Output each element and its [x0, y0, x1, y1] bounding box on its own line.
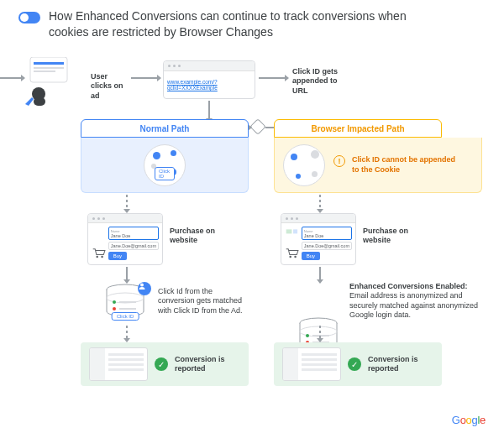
diagram-title: How Enhanced Conversions can continue to… [49, 8, 418, 40]
arrow [319, 326, 321, 339]
conversion-reported-enhanced: ✓ Conversion is reported [274, 342, 442, 386]
svg-rect-8 [286, 230, 292, 234]
svg-rect-5 [34, 97, 45, 106]
svg-point-6 [96, 256, 98, 258]
svg-point-21 [306, 334, 309, 337]
svg-point-11 [294, 256, 297, 258]
step-clickid-appended: Click ID gets appended to URL [292, 67, 339, 96]
purchase-form-normal: NameJane Doe Jane.Doe@gmail.com Buy [87, 213, 163, 265]
clickid-db-tag: Click ID [112, 312, 139, 321]
svg-rect-16 [119, 301, 136, 303]
svg-point-7 [101, 256, 103, 258]
svg-point-15 [113, 307, 116, 310]
svg-point-14 [113, 300, 116, 304]
svg-rect-17 [119, 308, 136, 310]
database-normal: Click ID [104, 284, 146, 317]
conversion-text: Conversion is reported [368, 355, 427, 374]
arrow [259, 77, 286, 79]
arrow [131, 77, 158, 79]
db-desc-normal: Click Id from the conversion gets matche… [158, 287, 250, 316]
browser-cookie-box: ! Click ID cannot be appended to the Coo… [274, 138, 482, 193]
cart-icon [92, 227, 106, 261]
junction-icon [249, 118, 266, 135]
report-screenshot-icon [89, 347, 148, 381]
google-logo: Google [452, 414, 486, 426]
check-icon: ✓ [155, 357, 168, 371]
example-url: www.example.com/?qclid=XXXXExample [164, 71, 255, 98]
check-icon: ✓ [348, 357, 361, 371]
user-badge-icon [138, 282, 151, 295]
svg-rect-2 [34, 67, 64, 69]
arrow [319, 267, 321, 280]
arrow [126, 195, 128, 210]
form-name-field: NameJane Doe [108, 227, 159, 240]
form-email-field: Jane.Doe@gmail.com [108, 242, 159, 250]
browser-impacted-header: Browser Impacted Path [274, 119, 442, 138]
svg-rect-1 [34, 62, 64, 65]
cookie-warning-text: Click ID cannot be appended to the Cooki… [352, 155, 461, 175]
cookie-icon: Click ID [144, 144, 186, 186]
arrow [0, 77, 22, 79]
browser-url-box: www.example.com/?qclid=XXXXExample [163, 60, 255, 99]
conversion-text: Conversion is reported [175, 355, 234, 374]
cart-icon [285, 227, 299, 261]
arrow [319, 195, 321, 210]
form-email-field: Jane.Doe@gmail.com [302, 242, 352, 250]
normal-path-header: Normal Path [81, 119, 249, 138]
purchase-form-impacted: NameJane Doe Jane.Doe@gmail.com Buy [281, 213, 356, 265]
form-name-field: NameJane Doe [302, 227, 352, 240]
buy-button: Buy [302, 252, 320, 260]
purchase-label-impacted: Purchase on website [363, 227, 413, 246]
db-desc-enhanced: Enhanced Conversions Enabled: Email addr… [349, 282, 484, 320]
purchase-label-normal: Purchase on website [170, 227, 220, 246]
report-screenshot-icon [282, 347, 341, 381]
arrow [208, 101, 210, 119]
svg-point-10 [289, 256, 291, 258]
svg-rect-0 [30, 57, 67, 82]
svg-rect-23 [312, 335, 329, 336]
warning-icon: ! [333, 155, 345, 167]
cookie-broken-icon [283, 144, 325, 186]
svg-rect-3 [34, 70, 55, 72]
normal-cookie-box: Click ID [81, 138, 249, 193]
svg-rect-9 [293, 230, 297, 234]
clickid-tag: Click ID [155, 167, 175, 180]
arrow [126, 267, 128, 280]
step-user-clicks: User clicks on ad [91, 72, 124, 101]
svg-point-18 [140, 284, 144, 287]
conversion-reported-normal: ✓ Conversion is reported [81, 342, 249, 386]
toggle-switch [18, 12, 40, 23]
buy-button: Buy [108, 252, 127, 260]
arrow [126, 326, 128, 339]
person-illustration [25, 57, 71, 106]
